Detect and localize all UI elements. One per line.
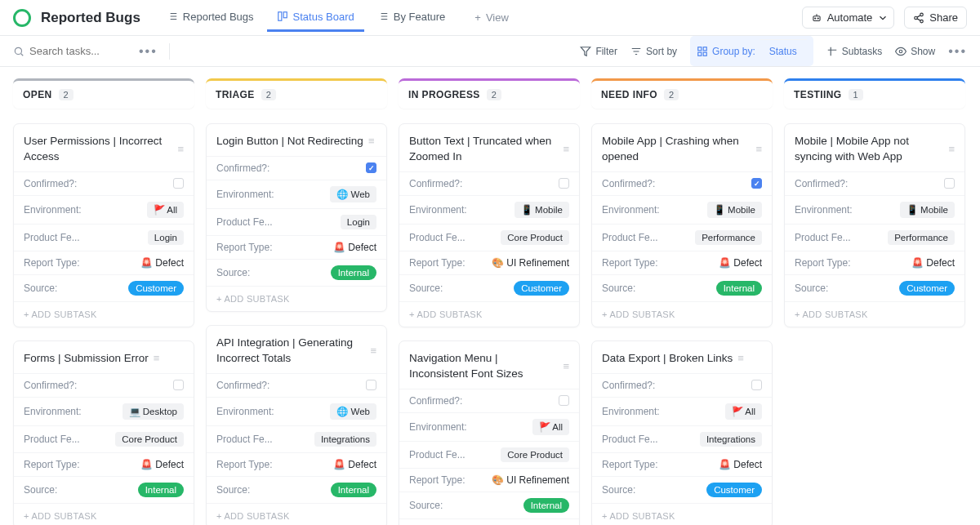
- confirmed-checkbox[interactable]: [173, 380, 184, 390]
- column-name: OPEN: [23, 89, 52, 100]
- source-pill[interactable]: Customer: [899, 281, 955, 296]
- card-field: Source: Internal: [592, 274, 772, 301]
- column-header[interactable]: TESTIING 1: [784, 78, 965, 109]
- source-pill[interactable]: Customer: [514, 281, 569, 296]
- drag-icon[interactable]: ≡: [368, 134, 375, 149]
- source-pill[interactable]: Customer: [128, 281, 184, 296]
- confirmed-checkbox[interactable]: [751, 178, 762, 189]
- card-field: Product Fe... Login: [14, 224, 194, 251]
- environment-tag[interactable]: 📱 Mobile: [900, 202, 955, 218]
- automate-button[interactable]: Automate: [802, 7, 895, 29]
- toolbar-more-icon[interactable]: •••: [948, 44, 967, 59]
- task-card[interactable]: API Integration | Generating Incorrect T…: [206, 325, 387, 525]
- drag-icon[interactable]: ≡: [755, 142, 762, 157]
- drag-icon[interactable]: ≡: [737, 351, 744, 366]
- environment-tag[interactable]: 🚩 All: [147, 202, 184, 218]
- feature-tag[interactable]: Core Product: [115, 432, 184, 447]
- feature-tag[interactable]: Performance: [888, 230, 955, 245]
- drag-icon[interactable]: ≡: [370, 344, 376, 358]
- add-subtask-button[interactable]: + ADD SUBTASK: [207, 286, 386, 311]
- field-label: Source:: [216, 267, 250, 278]
- card-field: Report Type: 🚨 Defect: [785, 251, 964, 274]
- drag-icon[interactable]: ≡: [154, 351, 160, 366]
- logo-icon: [13, 9, 31, 27]
- add-subtask-button[interactable]: + ADD SUBTASK: [592, 301, 772, 327]
- field-value: 💻 Desktop: [122, 403, 184, 420]
- tab-reported-bugs[interactable]: Reported Bugs: [157, 4, 264, 32]
- share-button[interactable]: Share: [904, 7, 967, 29]
- add-view-button[interactable]: + View: [465, 5, 519, 30]
- confirmed-checkbox[interactable]: [366, 162, 376, 173]
- card-title-text: Forms | Submission Error: [24, 351, 149, 367]
- environment-tag[interactable]: 📱 Mobile: [514, 202, 569, 218]
- feature-tag[interactable]: Login: [341, 215, 376, 229]
- environment-tag[interactable]: 💻 Desktop: [122, 403, 184, 420]
- confirmed-checkbox[interactable]: [173, 178, 184, 189]
- source-pill[interactable]: Internal: [138, 483, 184, 497]
- confirmed-checkbox[interactable]: [366, 380, 376, 390]
- task-card[interactable]: Navigation Menu | Inconsistent Font Size…: [399, 340, 580, 525]
- svg-point-13: [899, 50, 902, 53]
- field-value: 🎨 UI Refinement: [492, 257, 569, 269]
- add-subtask-button[interactable]: + ADD SUBTASK: [399, 518, 579, 525]
- feature-tag[interactable]: Login: [148, 230, 184, 245]
- add-subtask-button[interactable]: + ADD SUBTASK: [14, 301, 194, 327]
- column-header[interactable]: TRIAGE 2: [206, 78, 387, 109]
- groupby-button[interactable]: Group by: Status: [690, 36, 813, 66]
- card-field: Product Fe... Core Product: [399, 441, 579, 468]
- column-header[interactable]: NEED INFO 2: [591, 78, 773, 109]
- card-field: Confirmed?:: [207, 156, 386, 180]
- drag-icon[interactable]: ≡: [948, 142, 955, 157]
- subtasks-button[interactable]: Subtasks: [826, 46, 882, 57]
- column-header[interactable]: OPEN 2: [13, 78, 194, 109]
- feature-tag[interactable]: Performance: [695, 230, 762, 245]
- column-header[interactable]: IN PROGRESS 2: [399, 78, 580, 109]
- drag-icon[interactable]: ≡: [563, 359, 569, 374]
- search-input[interactable]: [29, 45, 127, 57]
- environment-tag[interactable]: 🚩 All: [532, 419, 569, 435]
- more-icon[interactable]: •••: [139, 44, 158, 59]
- source-pill[interactable]: Internal: [331, 265, 376, 280]
- task-card[interactable]: Data Export | Broken Links ≡ Confirmed?:…: [591, 340, 773, 525]
- task-card[interactable]: Forms | Submission Error ≡ Confirmed?: E…: [13, 340, 194, 525]
- field-label: Source:: [24, 283, 57, 294]
- environment-tag[interactable]: 🌐 Web: [330, 403, 376, 420]
- add-subtask-button[interactable]: + ADD SUBTASK: [592, 503, 772, 525]
- tab-by-feature[interactable]: By Feature: [368, 4, 456, 32]
- field-value: [751, 178, 762, 189]
- add-subtask-button[interactable]: + ADD SUBTASK: [785, 301, 964, 327]
- feature-tag[interactable]: Integrations: [314, 432, 376, 447]
- tab-status-board[interactable]: Status Board: [267, 4, 364, 32]
- card-field: Report Type: 🎨 UI Refinement: [399, 251, 579, 274]
- feature-tag[interactable]: Integrations: [700, 432, 762, 447]
- source-pill[interactable]: Customer: [706, 483, 762, 497]
- environment-tag[interactable]: 🚩 All: [725, 403, 762, 420]
- confirmed-checkbox[interactable]: [559, 178, 569, 189]
- sortby-button[interactable]: Sort by: [630, 46, 677, 57]
- show-button[interactable]: Show: [895, 46, 935, 57]
- feature-tag[interactable]: Core Product: [501, 447, 569, 462]
- field-label: Product Fe...: [24, 232, 80, 243]
- task-card[interactable]: Mobile App | Crashing when opened ≡ Conf…: [591, 123, 773, 327]
- source-pill[interactable]: Internal: [331, 483, 376, 497]
- source-pill[interactable]: Internal: [716, 281, 762, 296]
- drag-icon[interactable]: ≡: [563, 142, 569, 157]
- add-subtask-button[interactable]: + ADD SUBTASK: [207, 503, 386, 525]
- feature-tag[interactable]: Core Product: [501, 230, 569, 245]
- filter-button[interactable]: Filter: [580, 46, 617, 57]
- confirmed-checkbox[interactable]: [751, 380, 762, 390]
- task-card[interactable]: User Permissions | Incorrect Access ≡ Co…: [13, 123, 194, 327]
- tab-label: Status Board: [293, 11, 354, 23]
- field-label: Confirmed?:: [795, 178, 848, 189]
- confirmed-checkbox[interactable]: [559, 395, 569, 406]
- task-card[interactable]: Login Button | Not Redirecting ≡ Confirm…: [206, 123, 387, 312]
- environment-tag[interactable]: 📱 Mobile: [707, 202, 762, 218]
- source-pill[interactable]: Internal: [523, 498, 569, 513]
- add-subtask-button[interactable]: + ADD SUBTASK: [399, 301, 579, 327]
- add-subtask-button[interactable]: + ADD SUBTASK: [14, 503, 194, 525]
- task-card[interactable]: Button Text | Truncated when Zoomed In ≡…: [399, 123, 580, 327]
- environment-tag[interactable]: 🌐 Web: [330, 186, 376, 202]
- task-card[interactable]: Mobile | Mobile App not syncing with Web…: [784, 123, 965, 327]
- confirmed-checkbox[interactable]: [944, 178, 955, 189]
- drag-icon[interactable]: ≡: [177, 142, 184, 157]
